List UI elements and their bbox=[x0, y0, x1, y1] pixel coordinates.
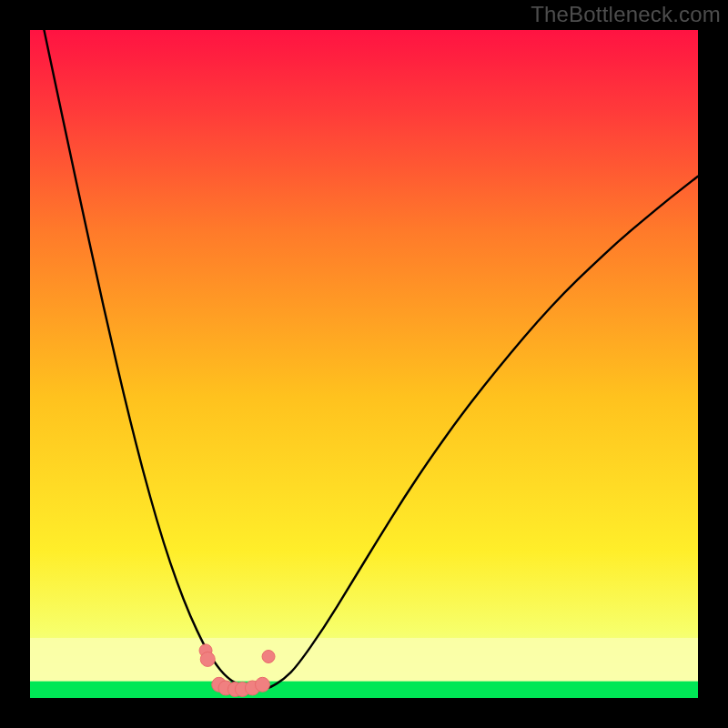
optimal-band bbox=[30, 682, 698, 698]
gradient-background bbox=[30, 30, 698, 698]
bottleneck-curve-chart bbox=[30, 30, 698, 698]
watermark-text: TheBottleneck.com bbox=[531, 2, 721, 27]
data-marker bbox=[262, 650, 275, 662]
good-band bbox=[30, 638, 698, 682]
data-marker bbox=[200, 652, 215, 666]
data-marker bbox=[255, 677, 269, 692]
chart-frame: TheBottleneck.com bbox=[0, 0, 728, 728]
plot-area bbox=[30, 30, 698, 698]
